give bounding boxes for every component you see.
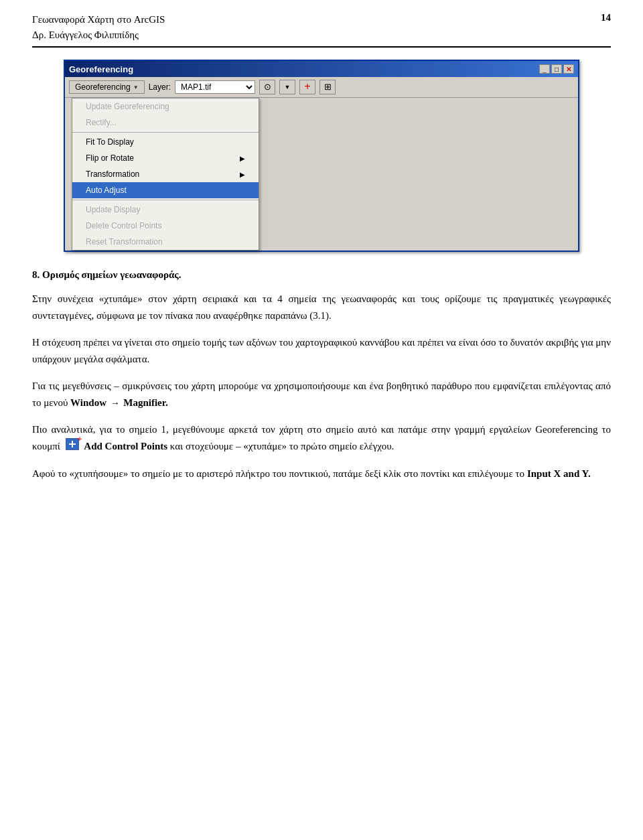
magnifier-text: Magnifier. [123, 397, 168, 408]
section-heading: 8. Ορισμός σημείων γεωαναφοράς. [32, 267, 611, 284]
maximize-button[interactable]: □ [551, 64, 562, 74]
body-text: 8. Ορισμός σημείων γεωαναφοράς. Στην συν… [32, 267, 611, 482]
add-control-points-icon: + [66, 438, 79, 456]
menu-separator-2 [72, 200, 259, 200]
paragraph-5: Αφού το «χτυπήσουμε» το σημείο με το αρι… [32, 466, 611, 483]
menu-item-update-display[interactable]: Update Display [72, 202, 259, 218]
paragraph-2: Η στόχευση πρέπει να γίνεται στο σημείο … [32, 334, 611, 368]
menu-item-flip-or-rotate[interactable]: Flip or Rotate ▶ [72, 150, 259, 166]
georef-btn-label: Georeferencing [75, 82, 131, 92]
paragraph-3: Για τις μεγεθύνσεις – σμικρύνσεις του χά… [32, 378, 611, 412]
menu-item-reset-transformation[interactable]: Reset Transformation [72, 234, 259, 250]
grid-icon-button[interactable]: ⊞ [319, 80, 336, 94]
screenshot-area: Georeferencing _ □ ✕ Georeferencing ▼ La… [32, 60, 611, 252]
menu-separator-1 [72, 132, 259, 133]
menu-item-fit-to-display[interactable]: Fit To Display [72, 134, 259, 150]
titlebar-buttons: _ □ ✕ [539, 64, 574, 74]
submenu-arrow-icon-2: ▶ [240, 171, 245, 178]
paragraph-1: Στην συνέχεια «χτυπάμε» στον χάρτη σειρι… [32, 291, 611, 325]
menu-item-rectify[interactable]: Rectify... [72, 115, 259, 131]
add-control-points-label: Add Control Points [84, 441, 167, 451]
dropdown-arrow-icon: ▼ [133, 84, 139, 90]
close-button[interactable]: ✕ [563, 64, 574, 74]
window-title: Georeferencing [69, 64, 133, 74]
georeferencing-dropdown-menu: Update Georeferencing Rectify... Fit To … [72, 98, 259, 251]
georeferencing-window: Georeferencing _ □ ✕ Georeferencing ▼ La… [64, 60, 579, 252]
menu-item-update-georeferencing[interactable]: Update Georeferencing [72, 98, 259, 115]
window-menu-text: Window [70, 397, 106, 408]
dropdown-icon-button[interactable]: ▼ [279, 80, 295, 94]
georeferencing-menu-button[interactable]: Georeferencing ▼ [69, 80, 145, 94]
page-header: Γεωαναφορά Χάρτη στο ArcGIS Δρ. Ευάγγελο… [32, 12, 611, 48]
header-title: Γεωαναφορά Χάρτη στο ArcGIS Δρ. Ευάγγελο… [32, 12, 165, 42]
input-xy-text: Input X and Y. [527, 468, 591, 479]
window-titlebar: Georeferencing _ □ ✕ [65, 61, 578, 77]
arrow-icon: → [111, 398, 123, 408]
paragraph-4: Πιο αναλυτικά, για το σημείο 1, μεγεθύνο… [32, 421, 611, 456]
menu-item-auto-adjust[interactable]: Auto Adjust [72, 182, 259, 198]
layer-select[interactable]: MAP1.tif [175, 80, 255, 94]
submenu-arrow-icon: ▶ [240, 155, 245, 162]
minimize-button[interactable]: _ [539, 64, 550, 74]
menu-item-delete-control-points[interactable]: Delete Control Points [72, 218, 259, 234]
layer-label: Layer: [149, 82, 171, 92]
page-number: 14 [601, 12, 611, 23]
add-control-point-icon-button[interactable]: + [299, 80, 315, 94]
window-toolbar: Georeferencing ▼ Layer: MAP1.tif ⊙ ▼ + ⊞ [65, 77, 578, 98]
rotation-icon-button[interactable]: ⊙ [259, 80, 275, 94]
menu-item-transformation[interactable]: Transformation ▶ [72, 166, 259, 182]
